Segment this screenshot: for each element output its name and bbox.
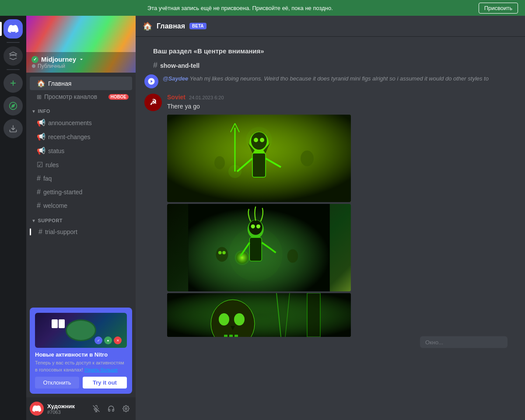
category-support[interactable]: ▼ SUPPORT [26,213,136,225]
game-card-2 [59,319,65,328]
sidebar-item-discord[interactable] [4,19,23,38]
svg-point-25 [214,156,225,169]
channel-name: show-and-tell [160,62,200,69]
user-controls [90,402,132,415]
image-svg-3 [167,293,351,337]
msg-content-soviet: Soviet 24.01.2023 6:20 There ya go [167,94,516,337]
browse-icon: ⊞ [37,94,42,100]
nitro-promo-buttons: Отклонить Try it out [35,377,127,388]
svg-point-39 [222,251,226,254]
svg-point-41 [229,227,283,281]
message-image-3[interactable] [167,293,351,337]
claim-button[interactable]: Присвоить [479,3,518,14]
nitro-promo-text: Теперь у вас есть доступ к активностям в… [35,360,127,373]
msg-avatar-soviet: ☭ [144,94,162,111]
channel-welcome[interactable]: # welcome [30,199,132,212]
user-tag: #7063 [47,410,87,415]
message-item-soviet: ☭ Soviet 24.01.2023 6:20 There ya go [144,94,516,337]
hash-icon-gs: # [37,188,41,196]
server-public: Публичный [32,63,84,69]
svg-rect-52 [307,293,320,337]
check-icon: ☑ [37,161,43,169]
reply-placeholder: Окно... [425,339,443,345]
avatar [30,402,44,416]
msg-timestamp-soviet: 24.01.2023 6:20 [189,95,224,100]
featured-section: Ваш раздел «В центре внимания» [144,40,516,58]
channel-hash: # [153,61,158,70]
beta-badge: BETA [189,23,206,29]
channel-faq[interactable]: # faq [30,172,132,185]
main-content: 🏠 Главная BETA Ваш раздел «В центре вним… [136,16,525,420]
svg-point-9 [125,408,127,410]
category-info[interactable]: ▼ INFO [26,103,136,116]
svg-point-40 [287,249,298,262]
svg-point-24 [301,150,314,166]
msg-text-soviet: There ya go [167,102,516,111]
sidebar-item-download[interactable] [4,119,23,138]
msg-text-1: @Saydee Yeah mj likes doing neurons. Wei… [163,75,489,82]
active-indicator [30,228,31,235]
channel-list: 🏠 Главная ⊞ Просмотр каналов НОВОЕ ▼ INF… [26,73,136,304]
promo-icon-2: ● [104,336,112,344]
page-title: Главная [157,22,185,30]
announce-icon-2: 📢 [37,133,46,141]
game-card-1 [52,319,58,328]
try-it-button[interactable]: Try it out [83,377,127,388]
svg-rect-48 [229,335,233,337]
message-image-2[interactable] [167,204,351,291]
svg-rect-16 [252,153,266,177]
game-table [66,319,96,341]
nitro-promo-title: Новые активности в Nitro [35,351,127,358]
chevron-icon: ▼ [32,109,36,114]
svg-point-26 [246,127,272,153]
settings-button[interactable] [120,402,132,415]
msg-username-soviet: Soviet [167,94,186,101]
chevron-icon-2: ▼ [32,218,36,223]
channel-recent-changes[interactable]: 📢 recent-changes [30,130,132,144]
server-divider [7,42,20,43]
user-panel: Художник #7063 [26,397,136,420]
channel-trial-support[interactable]: # trial-support [30,225,132,238]
user-name: Художник [47,403,87,410]
svg-point-27 [228,165,242,178]
dismiss-button[interactable]: Отклонить [35,377,79,388]
server-header: ✓ Midjourney Публичный [26,16,136,73]
channel-announcements[interactable]: 📢 announcements [30,116,132,130]
content-header: 🏠 Главная BETA [136,16,525,37]
sidebar-nav-home[interactable]: 🏠 Главная [30,77,132,90]
server-header-overlay: ✓ Midjourney Публичный [26,52,136,73]
svg-rect-49 [234,335,238,337]
msg-content-1: @Saydee Yeah mj likes doing neurons. Wei… [163,74,516,82]
message-image-1[interactable] [167,115,351,202]
mute-button[interactable] [90,402,102,415]
sidebar-item-add[interactable] [4,74,23,93]
svg-point-46 [234,313,245,326]
sidebar-item-explore[interactable] [4,96,23,116]
image-grid [167,115,351,337]
svg-rect-47 [224,335,228,337]
hash-icon-trial: # [38,228,42,236]
headset-button[interactable] [105,402,117,415]
channel-banner: # show-and-tell [144,58,516,73]
nitro-promo-image: ✓ ● ✕ [35,313,127,348]
nitro-promo-link[interactable]: Узнать больше [84,367,118,372]
channel-getting-started[interactable]: # getting-started [30,186,132,199]
msg-avatar-1 [144,74,158,88]
reply-input-box[interactable]: Окно... [420,336,508,348]
svg-rect-43 [167,293,351,337]
sidebar-nav-browse[interactable]: ⊞ Просмотр каналов НОВОЕ [30,91,132,103]
channel-status[interactable]: 📢 status [30,144,132,158]
sidebar-item-boat[interactable] [4,46,23,66]
channel-rules[interactable]: ☑ rules [30,158,132,172]
messages-area[interactable]: Ваш раздел «В центре внимания» # show-an… [136,37,525,420]
hash-icon-welcome: # [37,202,41,210]
svg-point-45 [219,313,229,326]
promo-icon-3: ✕ [114,336,122,344]
server-sidebar [0,16,26,420]
channel-sidebar: ✓ Midjourney Публичный 🏠 Главная [26,16,136,420]
home-icon: 🏠 [37,79,46,88]
svg-point-5 [32,64,35,68]
message-item-1: @Saydee Yeah mj likes doing neurons. Wei… [144,73,516,90]
reply-input-area: Окно... [420,336,508,348]
new-badge: НОВОЕ [108,94,129,100]
